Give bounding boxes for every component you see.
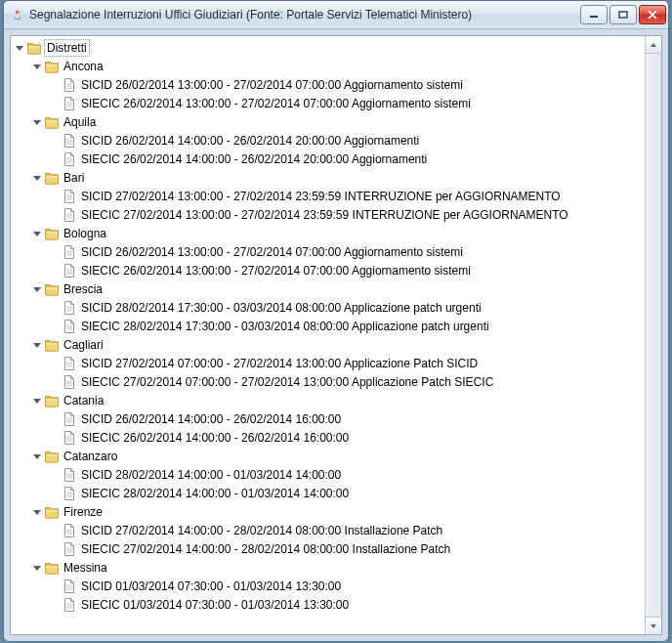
entry-node[interactable]: SICID 01/03/2014 07:30:00 - 01/03/2014 1… (11, 577, 646, 595)
file-icon (62, 411, 77, 427)
tree-spacer (50, 600, 60, 610)
scroll-thumb[interactable] (646, 54, 661, 617)
district-node[interactable]: Cagliari (11, 335, 646, 354)
tree-node-label: SICID 27/02/2014 14:00:00 - 28/02/2014 0… (81, 523, 442, 538)
entry-node[interactable]: SIECIC 27/02/2014 14:00:00 - 28/02/2014 … (11, 539, 646, 558)
entry-node[interactable]: SICID 26/02/2014 14:00:00 - 26/02/2014 2… (11, 131, 646, 150)
folder-icon (44, 226, 60, 241)
tree-node-label: Catanzaro (63, 449, 117, 464)
tree-spacer (50, 526, 60, 536)
close-button[interactable] (639, 5, 666, 24)
district-node[interactable]: Messina (11, 558, 646, 577)
district-node[interactable]: Ancona (11, 57, 646, 75)
tree-spacer (50, 99, 60, 108)
tree-node-label: Aquila (63, 114, 96, 130)
scroll-down-icon[interactable] (646, 617, 661, 634)
folder-icon (44, 114, 60, 130)
expand-toggle-icon[interactable] (15, 43, 24, 53)
folder-icon (44, 449, 60, 464)
file-icon (62, 244, 77, 260)
expand-toggle-icon[interactable] (32, 173, 42, 183)
entry-node[interactable]: SIECIC 28/02/2014 14:00:00 - 01/03/2014 … (11, 484, 646, 502)
maximize-button[interactable] (609, 5, 637, 24)
tree-spacer (50, 192, 60, 201)
window-title: Segnalazione Interruzioni Uffici Giudizi… (29, 8, 580, 21)
expand-toggle-icon[interactable] (32, 340, 42, 350)
tree-node-label: Brescia (63, 281, 103, 297)
titlebar[interactable]: Segnalazione Interruzioni Uffici Giudizi… (4, 1, 668, 29)
expand-toggle-icon[interactable] (32, 62, 42, 71)
folder-icon (44, 504, 60, 520)
tree-node-label: SICID 28/02/2014 17:30:00 - 03/03/2014 0… (81, 300, 482, 316)
expand-toggle-icon[interactable] (32, 229, 42, 238)
entry-node[interactable]: SICID 26/02/2014 14:00:00 - 26/02/2014 1… (11, 409, 646, 428)
tree-node-label: SICID 26/02/2014 13:00:00 - 27/02/2014 0… (81, 77, 463, 93)
tree-root[interactable]: Distretti (11, 38, 646, 57)
district-node[interactable]: Aquila (11, 112, 646, 131)
tree-node-label: SIECIC 28/02/2014 17:30:00 - 03/03/2014 … (81, 319, 489, 334)
expand-toggle-icon[interactable] (32, 507, 42, 517)
district-node[interactable]: Bari (11, 168, 646, 187)
entry-node[interactable]: SICID 28/02/2014 14:00:00 - 01/03/2014 1… (11, 465, 646, 484)
tree-node-label: SICID 27/02/2014 07:00:00 - 27/02/2014 1… (81, 356, 478, 371)
tree-spacer (50, 470, 60, 480)
entry-node[interactable]: SIECIC 26/02/2014 14:00:00 - 26/02/2014 … (11, 428, 646, 447)
tree-spacer (50, 433, 60, 443)
tree-node-label: Bari (63, 170, 84, 186)
entry-node[interactable]: SICID 27/02/2014 07:00:00 - 27/02/2014 1… (11, 354, 646, 372)
app-window: Segnalazione Interruzioni Uffici Giudizi… (3, 0, 669, 642)
tree-spacer (50, 210, 60, 220)
folder-icon (44, 59, 60, 74)
file-icon (62, 263, 77, 279)
entry-node[interactable]: SIECIC 26/02/2014 14:00:00 - 26/02/2014 … (11, 150, 646, 168)
file-icon (62, 189, 77, 204)
expand-toggle-icon[interactable] (32, 284, 42, 294)
file-icon (62, 523, 77, 538)
tree-spacer (50, 247, 60, 257)
tree-node-label: SIECIC 28/02/2014 14:00:00 - 01/03/2014 … (81, 486, 349, 501)
tree-spacer (50, 359, 60, 368)
tree-spacer (50, 80, 60, 90)
entry-node[interactable]: SIECIC 27/02/2014 07:00:00 - 27/02/2014 … (11, 372, 646, 391)
tree-node-label: SIECIC 27/02/2014 13:00:00 - 27/02/2014 … (81, 207, 568, 223)
tree: DistrettiAnconaSICID 26/02/2014 13:00:00… (11, 38, 646, 614)
file-icon (62, 430, 77, 446)
tree-node-label: SICID 26/02/2014 14:00:00 - 26/02/2014 1… (81, 411, 341, 427)
entry-node[interactable]: SICID 26/02/2014 13:00:00 - 27/02/2014 0… (11, 75, 646, 94)
scroll-up-icon[interactable] (646, 36, 661, 54)
tree-node-label: Ancona (63, 59, 104, 74)
expand-toggle-icon[interactable] (32, 117, 42, 127)
entry-node[interactable]: SIECIC 01/03/2014 07:30:00 - 01/03/2014 … (11, 595, 646, 614)
entry-node[interactable]: SIECIC 28/02/2014 17:30:00 - 03/03/2014 … (11, 317, 646, 335)
folder-icon (44, 393, 60, 408)
folder-icon (44, 170, 60, 186)
file-icon (62, 579, 77, 594)
vertical-scrollbar[interactable] (645, 36, 661, 634)
file-icon (62, 374, 77, 390)
district-node[interactable]: Firenze (11, 502, 646, 521)
file-icon (62, 300, 77, 316)
expand-toggle-icon[interactable] (32, 451, 42, 461)
entry-node[interactable]: SIECIC 27/02/2014 13:00:00 - 27/02/2014 … (11, 205, 646, 224)
tree-node-label: SIECIC 26/02/2014 13:00:00 - 27/02/2014 … (81, 263, 471, 279)
expand-toggle-icon[interactable] (32, 396, 42, 406)
entry-node[interactable]: SIECIC 26/02/2014 13:00:00 - 27/02/2014 … (11, 261, 646, 279)
tree-viewport[interactable]: DistrettiAnconaSICID 26/02/2014 13:00:00… (11, 36, 646, 634)
district-node[interactable]: Catania (11, 391, 646, 409)
entry-node[interactable]: SIECIC 26/02/2014 13:00:00 - 27/02/2014 … (11, 94, 646, 112)
tree-node-label: Catania (63, 393, 104, 408)
district-node[interactable]: Bologna (11, 224, 646, 242)
file-icon (62, 151, 77, 167)
svg-rect-1 (619, 12, 627, 18)
entry-node[interactable]: SICID 27/02/2014 13:00:00 - 27/02/2014 2… (11, 187, 646, 205)
entry-node[interactable]: SICID 27/02/2014 14:00:00 - 28/02/2014 0… (11, 521, 646, 539)
tree-node-label: Firenze (63, 504, 103, 520)
entry-node[interactable]: SICID 26/02/2014 13:00:00 - 27/02/2014 0… (11, 242, 646, 261)
entry-node[interactable]: SICID 28/02/2014 17:30:00 - 03/03/2014 0… (11, 298, 646, 317)
district-node[interactable]: Catanzaro (11, 447, 646, 465)
district-node[interactable]: Brescia (11, 279, 646, 298)
file-icon (62, 77, 77, 93)
expand-toggle-icon[interactable] (32, 563, 42, 573)
minimize-button[interactable] (580, 5, 608, 24)
tree-spacer (50, 136, 60, 146)
